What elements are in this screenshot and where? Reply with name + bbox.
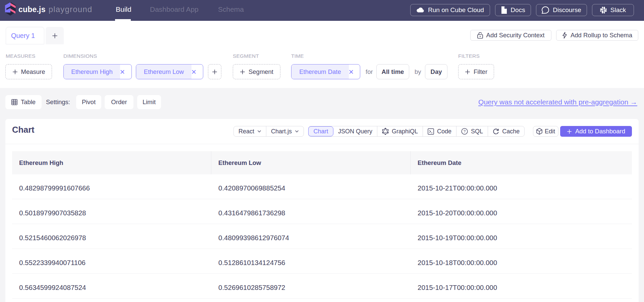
svg-text:?: ? [464, 129, 466, 133]
